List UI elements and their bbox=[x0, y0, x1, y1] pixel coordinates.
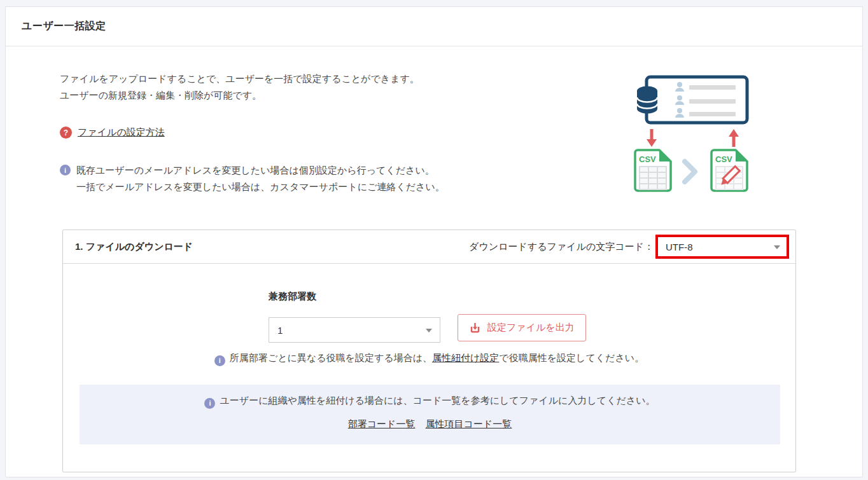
chevron-right-icon bbox=[685, 161, 695, 182]
question-circle-icon: ? bbox=[60, 127, 72, 139]
info-icon: i bbox=[214, 355, 225, 366]
dept-count-selected-value: 1 bbox=[277, 325, 283, 336]
code-list-links: 部署コード一覧 属性項目コード一覧 bbox=[80, 418, 780, 430]
encoding-label: ダウンロードするファイルの文字コード： bbox=[469, 241, 654, 253]
email-change-note: i 既存ユーザーのメールアドレスを変更したい場合は個別設定から行ってください。 … bbox=[60, 162, 445, 195]
role-note-suffix: で役職属性を設定してください。 bbox=[499, 352, 644, 363]
note-line-1: 既存ユーザーのメールアドレスを変更したい場合は個別設定から行ってください。 bbox=[76, 162, 445, 179]
export-settings-file-button[interactable]: 設定ファイルを出力 bbox=[458, 314, 586, 341]
code-list-info-box: iユーザーに組織や属性を紐付ける場合には、コード一覧を参考にしてファイルに入力し… bbox=[80, 385, 780, 444]
role-attribute-note: i所属部署ごとに異なる役職を設定する場合は、属性紐付け設定で役職属性を設定してく… bbox=[63, 352, 795, 366]
encoding-selected-value: UTF-8 bbox=[666, 242, 693, 252]
info-icon: i bbox=[204, 398, 215, 409]
upload-arrow-icon bbox=[729, 129, 739, 147]
chevron-down-icon bbox=[426, 329, 432, 333]
csv-edited-file-icon: CSV bbox=[711, 150, 747, 191]
info-icon: i bbox=[60, 165, 71, 175]
database-icon bbox=[637, 86, 657, 114]
file-setting-help-link[interactable]: ファイルの設定方法 bbox=[78, 127, 165, 139]
card-header: ユーザー一括設定 bbox=[6, 7, 862, 46]
role-note-prefix: 所属部署ごとに異なる役職を設定する場合は、 bbox=[230, 352, 432, 363]
attribute-item-code-list-link[interactable]: 属性項目コード一覧 bbox=[426, 418, 512, 429]
page-title: ユーザー一括設定 bbox=[22, 20, 106, 33]
user-list-panel bbox=[647, 77, 747, 123]
download-tray-icon bbox=[469, 322, 481, 334]
export-button-label: 設定ファイルを出力 bbox=[487, 322, 575, 334]
csv-workflow-illustration: CSV CSV bbox=[621, 66, 758, 201]
chevron-down-icon bbox=[774, 245, 780, 249]
dept-count-select[interactable]: 1 bbox=[269, 317, 440, 343]
file-download-section: 1. ファイルのダウンロード ダウンロードするファイルの文字コード： UTF-8… bbox=[62, 230, 796, 472]
dept-count-label: 兼務部署数 bbox=[269, 291, 316, 303]
intro-line-1: ファイルをアップロードすることで、ユーザーを一括で設定することができます。 bbox=[60, 71, 419, 87]
note-line-2: 一括でメールアドレスを変更したい場合は、カスタマーサポートにご連絡ください。 bbox=[76, 179, 445, 195]
file-download-section-header: 1. ファイルのダウンロード ダウンロードするファイルの文字コード： UTF-8 bbox=[63, 230, 795, 264]
table-grid bbox=[640, 167, 666, 189]
csv-file-icon: CSV bbox=[635, 150, 671, 191]
user-bulk-settings-card: ユーザー一括設定 ファイルをアップロードすることで、ユーザーを一括で設定すること… bbox=[5, 6, 863, 477]
csv-label: CSV bbox=[639, 154, 656, 164]
download-arrow-icon bbox=[647, 129, 657, 147]
csv-label: CSV bbox=[715, 154, 732, 164]
encoding-control: ダウンロードするファイルの文字コード： UTF-8 bbox=[469, 235, 789, 259]
attribute-link-settings-link[interactable]: 属性紐付け設定 bbox=[432, 352, 499, 363]
screen: ユーザー一括設定 ファイルをアップロードすることで、ユーザーを一括で設定すること… bbox=[0, 0, 868, 480]
section-title: 1. ファイルのダウンロード bbox=[75, 241, 193, 253]
email-change-note-text: 既存ユーザーのメールアドレスを変更したい場合は個別設定から行ってください。 一括… bbox=[76, 162, 445, 195]
dept-code-list-link[interactable]: 部署コード一覧 bbox=[348, 418, 416, 429]
intro-text: ファイルをアップロードすることで、ユーザーを一括で設定することができます。 ユー… bbox=[60, 71, 419, 104]
encoding-select[interactable]: UTF-8 bbox=[655, 235, 789, 259]
help-link-row: ? ファイルの設定方法 bbox=[60, 127, 165, 139]
code-note-text: ユーザーに組織や属性を紐付ける場合には、コード一覧を参考にしてファイルに入力して… bbox=[220, 395, 655, 406]
intro-line-2: ユーザーの新規登録・編集・削除が可能です。 bbox=[60, 87, 419, 104]
code-note-line: iユーザーに組織や属性を紐付ける場合には、コード一覧を参考にしてファイルに入力し… bbox=[80, 395, 780, 409]
